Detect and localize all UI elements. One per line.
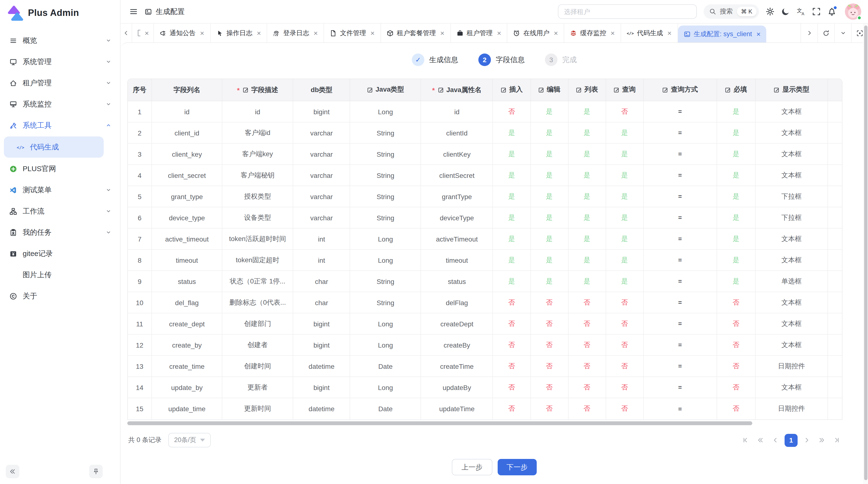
cell-desc[interactable]: 创建部门 bbox=[222, 313, 293, 334]
cell-list[interactable]: 否 bbox=[568, 334, 606, 356]
cell-query_mode[interactable]: = bbox=[644, 101, 717, 123]
cell-query[interactable]: 否 bbox=[606, 377, 644, 398]
cell-display[interactable]: 文本框 bbox=[756, 228, 828, 250]
cell-desc[interactable]: 删除标志（0代表... bbox=[222, 292, 293, 313]
cell-edit[interactable]: 是 bbox=[531, 250, 568, 271]
cell-java_type[interactable]: Long bbox=[350, 334, 421, 356]
cell-insert[interactable]: 否 bbox=[493, 292, 531, 313]
cell-required[interactable]: 否 bbox=[717, 334, 756, 356]
cell-query_mode[interactable]: = bbox=[644, 292, 717, 313]
cell-list[interactable]: 是 bbox=[568, 144, 606, 165]
cell-display[interactable]: 单选框 bbox=[756, 271, 828, 292]
cell-java_attr[interactable]: updateTime bbox=[421, 398, 493, 419]
tabs-scroll-left-button[interactable] bbox=[121, 24, 132, 42]
cell-java_type[interactable]: Long bbox=[350, 250, 421, 271]
cell-query_mode[interactable]: = bbox=[644, 271, 717, 292]
cell-desc[interactable]: id bbox=[222, 101, 293, 123]
cell-insert[interactable]: 否 bbox=[493, 313, 531, 334]
settings-icon[interactable] bbox=[766, 7, 774, 16]
cell-insert[interactable]: 是 bbox=[493, 271, 531, 292]
cell-insert[interactable]: 是 bbox=[493, 207, 531, 228]
cell-desc[interactable]: 状态（0正常 1停... bbox=[222, 271, 293, 292]
cell-java_attr[interactable]: id bbox=[421, 101, 493, 123]
cell-java_attr[interactable]: activeTimeout bbox=[421, 228, 493, 250]
next-page-button[interactable] bbox=[801, 434, 812, 446]
cell-required[interactable]: 否 bbox=[717, 377, 756, 398]
cell-query[interactable]: 否 bbox=[606, 292, 644, 313]
pin-sidebar-button[interactable] bbox=[89, 465, 103, 478]
cell-query_mode[interactable]: = bbox=[644, 207, 717, 228]
cell-edit[interactable]: 是 bbox=[531, 207, 568, 228]
tab-1[interactable]: 通知公告× bbox=[154, 24, 211, 42]
collapse-sidebar-button[interactable] bbox=[6, 465, 19, 478]
sidebar-item-plus-site[interactable]: PLUS官网 bbox=[0, 158, 120, 179]
cell-query[interactable]: 否 bbox=[606, 398, 644, 419]
cell-display[interactable]: 文本框 bbox=[756, 334, 828, 356]
tab-close-icon[interactable]: × bbox=[611, 29, 615, 37]
fullscreen-icon[interactable] bbox=[812, 7, 821, 16]
dark-mode-icon[interactable] bbox=[781, 7, 790, 16]
tabs-scroll-right-button[interactable] bbox=[801, 24, 817, 42]
tab-7[interactable]: 在线用户× bbox=[507, 24, 564, 42]
cell-desc[interactable]: token固定超时 bbox=[222, 250, 293, 271]
cell-list[interactable]: 是 bbox=[568, 165, 606, 186]
sidebar-item-system-manage[interactable]: 系统管理 bbox=[0, 51, 120, 72]
cell-query[interactable]: 是 bbox=[606, 123, 644, 144]
cell-list[interactable]: 是 bbox=[568, 123, 606, 144]
cell-desc[interactable]: 授权类型 bbox=[222, 186, 293, 207]
tab-close-icon[interactable]: × bbox=[370, 29, 375, 37]
cell-list[interactable]: 否 bbox=[568, 398, 606, 419]
cell-list[interactable]: 是 bbox=[568, 271, 606, 292]
cell-java_type[interactable]: String bbox=[350, 207, 421, 228]
tab-close-icon[interactable]: × bbox=[756, 30, 761, 38]
cell-display[interactable]: 日期控件 bbox=[756, 356, 828, 377]
tab-8[interactable]: 缓存监控× bbox=[564, 24, 621, 42]
cell-edit[interactable]: 否 bbox=[531, 292, 568, 313]
tab-options-button[interactable] bbox=[834, 24, 851, 42]
tab-2[interactable]: 操作日志× bbox=[211, 24, 268, 42]
cell-query_mode[interactable]: = bbox=[644, 398, 717, 419]
last-page-button[interactable] bbox=[831, 434, 842, 446]
sidebar-item-my-tasks[interactable]: 我的任务 bbox=[0, 222, 120, 243]
cell-list[interactable]: 是 bbox=[568, 101, 606, 123]
tab-3[interactable]: 登录日志× bbox=[268, 24, 324, 42]
tab-6[interactable]: 租户管理× bbox=[451, 24, 507, 42]
cell-display[interactable]: 文本框 bbox=[756, 144, 828, 165]
cell-list[interactable]: 是 bbox=[568, 228, 606, 250]
cell-insert[interactable]: 否 bbox=[493, 334, 531, 356]
cell-java_type[interactable]: String bbox=[350, 271, 421, 292]
cell-edit[interactable]: 否 bbox=[531, 334, 568, 356]
cell-desc[interactable]: 客户端key bbox=[222, 144, 293, 165]
tab-4[interactable]: 文件管理× bbox=[324, 24, 381, 42]
cell-java_attr[interactable]: deviceType bbox=[421, 207, 493, 228]
cell-display[interactable]: 下拉框 bbox=[756, 186, 828, 207]
first-page-button[interactable] bbox=[740, 434, 751, 446]
cell-desc[interactable]: 更新者 bbox=[222, 377, 293, 398]
notifications-button[interactable] bbox=[828, 7, 836, 16]
window-vscrollbar-thumb[interactable] bbox=[864, 26, 867, 480]
cell-query_mode[interactable]: = bbox=[644, 313, 717, 334]
cell-desc[interactable]: token活跃超时时间 bbox=[222, 228, 293, 250]
cell-query_mode[interactable]: = bbox=[644, 334, 717, 356]
cell-list[interactable]: 否 bbox=[568, 292, 606, 313]
cell-java_attr[interactable]: clientSecret bbox=[421, 165, 493, 186]
sidebar-item-image-upload[interactable]: 图片上传 bbox=[0, 264, 120, 285]
cell-insert[interactable]: 是 bbox=[493, 250, 531, 271]
cell-query_mode[interactable]: = bbox=[644, 123, 717, 144]
cell-required[interactable]: 是 bbox=[717, 123, 756, 144]
page-size-select[interactable]: 20条/页 bbox=[168, 433, 211, 447]
tab-close-icon[interactable]: × bbox=[668, 29, 672, 37]
cell-query[interactable]: 是 bbox=[606, 250, 644, 271]
cell-java_type[interactable]: Long bbox=[350, 228, 421, 250]
cell-query_mode[interactable]: = bbox=[644, 356, 717, 377]
cell-insert[interactable]: 是 bbox=[493, 228, 531, 250]
avatar[interactable] bbox=[845, 3, 861, 20]
sidebar-item-test-menu[interactable]: 测试菜单 bbox=[0, 179, 120, 200]
cell-query[interactable]: 是 bbox=[606, 207, 644, 228]
cell-insert[interactable]: 否 bbox=[493, 356, 531, 377]
cell-java_attr[interactable]: createTime bbox=[421, 356, 493, 377]
cell-query_mode[interactable]: = bbox=[644, 144, 717, 165]
next-step-button[interactable]: 下一步 bbox=[497, 459, 537, 475]
cell-query[interactable]: 是 bbox=[606, 271, 644, 292]
cell-list[interactable]: 是 bbox=[568, 250, 606, 271]
